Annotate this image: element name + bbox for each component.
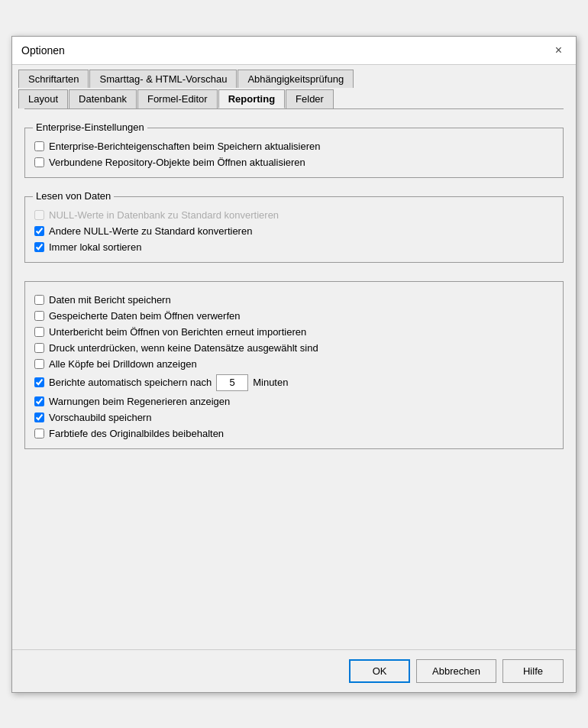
sort-label[interactable]: Immer lokal sortieren xyxy=(49,241,141,253)
footer: OK Abbrechen Hilfe xyxy=(12,649,576,692)
general-checkbox-row-7: Vorschaubild speichern xyxy=(34,412,554,423)
lesen-checkbox-row-2: Andere NULL-Werte zu Standard konvertier… xyxy=(34,225,554,237)
tab-formel[interactable]: Formel-Editor xyxy=(137,89,218,108)
close-button[interactable]: × xyxy=(551,43,567,58)
vorschau-label[interactable]: Vorschaubild speichern xyxy=(49,412,151,423)
lesen-checkbox-row-1: NULL-Werte in Datenbank zu Standard konv… xyxy=(34,209,554,221)
enterprise-checkbox-2[interactable] xyxy=(34,157,44,167)
warnungen-label[interactable]: Warnungen beim Regenerieren anzeigen xyxy=(49,396,230,407)
vorschau-checkbox[interactable] xyxy=(34,413,44,422)
null-other-label[interactable]: Andere NULL-Werte zu Standard konvertier… xyxy=(49,225,252,237)
enterprise-group-title: Enterprise-Einstellungen xyxy=(33,121,147,133)
general-checkbox-row-6: Warnungen beim Regenerieren anzeigen xyxy=(34,396,554,407)
null-db-checkbox[interactable] xyxy=(34,210,44,220)
koepfe-label[interactable]: Alle Köpfe bei Drilldown anzeigen xyxy=(49,358,197,370)
lesen-group-title: Lesen von Daten xyxy=(33,190,114,202)
general-checkbox-row-2: Gespeicherte Daten beim Öffnen verwerfen xyxy=(34,310,554,322)
general-group: Daten mit Bericht speichern Gespeicherte… xyxy=(24,281,564,449)
daten-speichern-checkbox[interactable] xyxy=(34,295,44,305)
koepfe-checkbox[interactable] xyxy=(34,359,44,369)
general-checkbox-row-3: Unterbericht beim Öffnen von Berichten e… xyxy=(34,326,554,338)
help-button[interactable]: Hilfe xyxy=(502,659,564,683)
tab-layout[interactable]: Layout xyxy=(18,89,68,108)
general-checkbox-row-1: Daten mit Bericht speichern xyxy=(34,294,554,306)
options-dialog: Optionen × Schriftarten Smarttag- & HTML… xyxy=(11,36,577,693)
sort-checkbox[interactable] xyxy=(34,242,44,252)
druck-checkbox[interactable] xyxy=(34,343,44,353)
unterbericht-checkbox[interactable] xyxy=(34,327,44,337)
lesen-group: Lesen von Daten NULL-Werte in Datenbank … xyxy=(24,196,564,263)
farbtiefe-checkbox[interactable] xyxy=(34,429,44,438)
auto-save-row: Berichte automatisch speichern nach Minu… xyxy=(34,374,554,391)
enterprise-checkbox-row-2: Verbundene Repository-Objekte beim Öffne… xyxy=(34,157,554,168)
tab-datenbank[interactable]: Datenbank xyxy=(69,89,137,108)
enterprise-label-1[interactable]: Enterprise-Berichteigenschaften beim Spe… xyxy=(49,141,321,152)
daten-verwerfen-label[interactable]: Gespeicherte Daten beim Öffnen verwerfen xyxy=(49,310,241,322)
general-checkbox-row-8: Farbtiefe des Originalbildes beibehalten xyxy=(34,428,554,439)
null-db-label: NULL-Werte in Datenbank zu Standard konv… xyxy=(49,209,279,221)
minutes-label: Minuten xyxy=(253,377,288,388)
lesen-checkbox-row-3: Immer lokal sortieren xyxy=(34,241,554,253)
tab-schriftarten[interactable]: Schriftarten xyxy=(18,70,89,88)
daten-speichern-label[interactable]: Daten mit Bericht speichern xyxy=(49,294,171,306)
dialog-title: Optionen xyxy=(21,44,65,57)
ok-button[interactable]: OK xyxy=(349,659,410,683)
tab-row-2: Layout Datenbank Formel-Editor Reporting… xyxy=(18,89,570,108)
tabs-container: Schriftarten Smarttag- & HTML-Vorschau A… xyxy=(12,65,576,109)
minutes-input[interactable] xyxy=(216,374,248,391)
tab-reporting[interactable]: Reporting xyxy=(218,89,285,108)
tab-felder[interactable]: Felder xyxy=(286,89,334,108)
null-other-checkbox[interactable] xyxy=(34,226,44,236)
auto-save-checkbox[interactable] xyxy=(34,377,44,387)
enterprise-checkbox-1[interactable] xyxy=(34,141,44,151)
auto-save-label-before[interactable]: Berichte automatisch speichern nach xyxy=(49,377,212,388)
general-checkbox-row-5: Alle Köpfe bei Drilldown anzeigen xyxy=(34,358,554,370)
cancel-button[interactable]: Abbrechen xyxy=(416,659,496,683)
unterbericht-label[interactable]: Unterbericht beim Öffnen von Berichten e… xyxy=(49,326,306,338)
enterprise-label-2[interactable]: Verbundene Repository-Objekte beim Öffne… xyxy=(49,157,305,168)
title-bar: Optionen × xyxy=(12,37,576,65)
enterprise-group: Enterprise-Einstellungen Enterprise-Beri… xyxy=(24,128,564,178)
tab-smarttag[interactable]: Smarttag- & HTML-Vorschau xyxy=(89,70,237,88)
enterprise-checkbox-row-1: Enterprise-Berichteigenschaften beim Spe… xyxy=(34,141,554,152)
farbtiefe-label[interactable]: Farbtiefe des Originalbildes beibehalten xyxy=(49,428,224,439)
daten-verwerfen-checkbox[interactable] xyxy=(34,311,44,321)
tab-row-1: Schriftarten Smarttag- & HTML-Vorschau A… xyxy=(18,70,570,88)
content-area: Enterprise-Einstellungen Enterprise-Beri… xyxy=(12,109,576,649)
tab-abhaengigkeit[interactable]: Abhängigkeitsprüfung xyxy=(237,70,354,88)
general-checkbox-row-4: Druck unterdrücken, wenn keine Datensätz… xyxy=(34,342,554,354)
warnungen-checkbox[interactable] xyxy=(34,396,44,406)
druck-label[interactable]: Druck unterdrücken, wenn keine Datensätz… xyxy=(49,342,318,354)
